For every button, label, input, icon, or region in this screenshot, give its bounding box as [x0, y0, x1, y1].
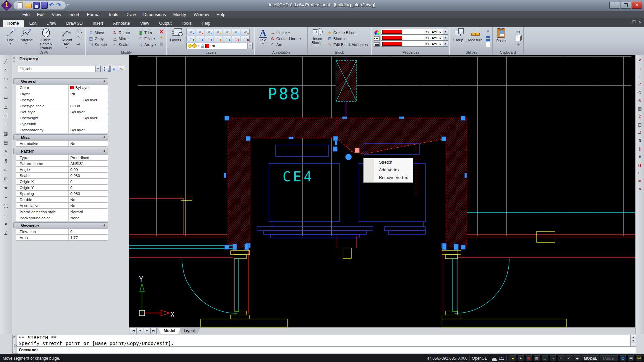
scale-button[interactable]: ⇱ Scale ▾: [113, 42, 138, 48]
menu-insert[interactable]: Insert: [65, 11, 83, 18]
left-door[interactable]: [182, 250, 288, 327]
menu-file[interactable]: File: [19, 11, 33, 18]
erase-button[interactable]: ✕: [159, 28, 164, 35]
lineweight-icon[interactable]: [374, 42, 380, 47]
menu-edit[interactable]: Edit: [33, 11, 48, 18]
dropdown-arrow-icon[interactable]: ▾: [247, 43, 252, 49]
insert-block-button[interactable]: Insert Block...: [310, 28, 325, 45]
menu-help[interactable]: Help: [213, 11, 229, 18]
context-add-vertex[interactable]: Add Vertex: [364, 166, 413, 174]
select-add-button[interactable]: [103, 66, 110, 72]
lightbulb-icon[interactable]: ●: [509, 355, 517, 362]
settings-gear-icon[interactable]: ⚙: [619, 355, 627, 362]
property-row[interactable]: Scale 0.080 ▲: [16, 173, 108, 179]
line-button[interactable]: Line▾: [4, 28, 17, 46]
rhombus-tool-icon[interactable]: ◇: [2, 111, 10, 120]
tab-draw[interactable]: Draw: [42, 20, 61, 27]
layers-button[interactable]: Layers...: [170, 28, 184, 42]
merge-layer-icon[interactable]: ▱: [232, 36, 240, 42]
move-v-icon[interactable]: ↕: [637, 73, 643, 80]
trim-button[interactable]: ▣ Trim ▾: [138, 29, 160, 36]
ortho-icon[interactable]: ∟: [541, 355, 549, 362]
command-input[interactable]: Command:: [17, 347, 636, 353]
paste-button[interactable]: Paste: [495, 28, 507, 43]
hash-icon[interactable]: #: [637, 154, 643, 160]
turn-layer-on-icon[interactable]: ▱: [223, 29, 231, 35]
revision-cloud-mini-button[interactable]: ◠ ▾: [76, 35, 83, 41]
swap-v-icon[interactable]: ⇅: [637, 137, 643, 144]
property-row[interactable]: Misc ▲: [13, 134, 108, 140]
layer-states-icon[interactable]: ▱: [186, 36, 195, 42]
layer-properties-icon[interactable]: ▱: [186, 29, 195, 35]
set-layer-current-icon[interactable]: ▱: [196, 29, 204, 35]
property-row[interactable]: Pattern name ANSI31 ▲: [16, 161, 108, 167]
property-row[interactable]: Area 1.77 ▲: [16, 235, 108, 241]
property-row[interactable]: Background color None ▲: [16, 215, 108, 221]
context-stretch[interactable]: Stretch: [364, 159, 413, 166]
right-door[interactable]: [442, 250, 566, 327]
property-row[interactable]: Origin X 0 ▲: [16, 179, 108, 185]
close-button[interactable]: ✕: [632, 2, 642, 9]
dropdown-arrow-icon[interactable]: ▾: [443, 41, 448, 46]
tab-insert[interactable]: Insert: [88, 20, 108, 27]
lock-icon[interactable]: [160, 43, 163, 46]
next-sheet-button[interactable]: ▶: [144, 328, 150, 334]
center-lines-button[interactable]: ⊕ Center Lines ▾: [270, 36, 301, 42]
blocks-button[interactable]: ⊞ Blocks...: [327, 36, 368, 42]
annotation-scale[interactable]: 1:1: [499, 356, 504, 361]
menu-window[interactable]: Window: [190, 11, 213, 18]
menu-format[interactable]: Format: [83, 11, 104, 18]
dropdown-arrow-icon[interactable]: ▾: [95, 66, 100, 72]
parallel-icon[interactable]: ∥: [637, 145, 643, 152]
menu-draw[interactable]: Draw: [122, 11, 139, 18]
entity-type-select[interactable]: Hatch ▾: [18, 66, 101, 72]
property-row[interactable]: Island detection style Normal ▲: [16, 209, 108, 215]
property-row[interactable]: Linetype scale 0.038 ▲: [16, 103, 108, 109]
hot-grip[interactable]: [355, 148, 359, 153]
property-row[interactable]: Annotative No ▲: [16, 140, 108, 147]
rectangle-mini-button[interactable]: ▭: [76, 41, 83, 47]
fillet-button[interactable]: ◠ Fillet ▾: [138, 36, 160, 42]
menu-modify[interactable]: Modify: [170, 11, 190, 18]
group-button[interactable]: Group...: [452, 28, 467, 42]
prev-sheet-button[interactable]: ◀: [137, 328, 143, 334]
tab-view[interactable]: View: [135, 20, 154, 27]
rotate-ccw-icon[interactable]: ↺: [637, 81, 643, 88]
renderer-label[interactable]: OpenGL: [472, 356, 487, 361]
point-tool-icon[interactable]: ∙: [2, 120, 10, 129]
polyline-button[interactable]: Polyline▾: [18, 28, 34, 46]
mdi-restore-icon[interactable]: ❐: [632, 20, 636, 24]
menu-dimensions[interactable]: Dimensions: [140, 11, 170, 18]
menu-view[interactable]: View: [48, 11, 65, 18]
move-h-icon[interactable]: ↔: [637, 65, 643, 72]
annotation-monitor-icon[interactable]: ★: [517, 355, 525, 362]
command-scrollbar[interactable]: ▲▼: [630, 335, 636, 347]
move-button[interactable]: ⊕ Move ▾: [89, 29, 113, 36]
property-row[interactable]: Plot style ByLayer ▲: [16, 109, 108, 115]
tab-model[interactable]: Model: [158, 328, 181, 334]
arc-dimension-button[interactable]: ◠ Arc ▾: [270, 42, 301, 48]
thaw-layer-icon[interactable]: ▱: [241, 29, 250, 35]
circle-plus-icon[interactable]: ⊕: [637, 89, 643, 96]
angle-icon[interactable]: ∠: [566, 355, 573, 362]
tab-home[interactable]: Home: [3, 20, 24, 27]
copy-button[interactable]: ▤ Copy ▾: [89, 36, 113, 42]
dropdown-arrow-icon[interactable]: ▾: [443, 35, 448, 40]
cascade-windows-icon[interactable]: ▣: [627, 355, 635, 362]
ellipse-tool-icon[interactable]: ◯: [2, 202, 10, 210]
circle-x-icon[interactable]: ⊗: [637, 97, 643, 104]
lineweight-combo[interactable]: BYLAYER ▾: [381, 41, 448, 47]
property-row[interactable]: Lineweight ByLayer ▲: [16, 115, 108, 121]
property-row[interactable]: Color ByLayer ▲: [16, 84, 108, 91]
edit-selection-button[interactable]: ✎: [118, 66, 125, 72]
property-row[interactable]: Double No ▲: [16, 197, 108, 203]
maximize-button[interactable]: [621, 2, 631, 9]
property-row[interactable]: Transparency ByLayer ▲: [16, 127, 108, 133]
block-tool-icon[interactable]: ★: [2, 184, 10, 192]
command-pin-icon[interactable]: [14, 344, 17, 347]
esnap-icon[interactable]: ✚: [557, 355, 565, 362]
cyan-wall-lines[interactable]: [129, 212, 635, 248]
spline-tool-icon[interactable]: ∿: [2, 66, 10, 75]
page-icon[interactable]: [486, 42, 490, 47]
rectangle-tool-icon[interactable]: ▭: [2, 93, 10, 102]
